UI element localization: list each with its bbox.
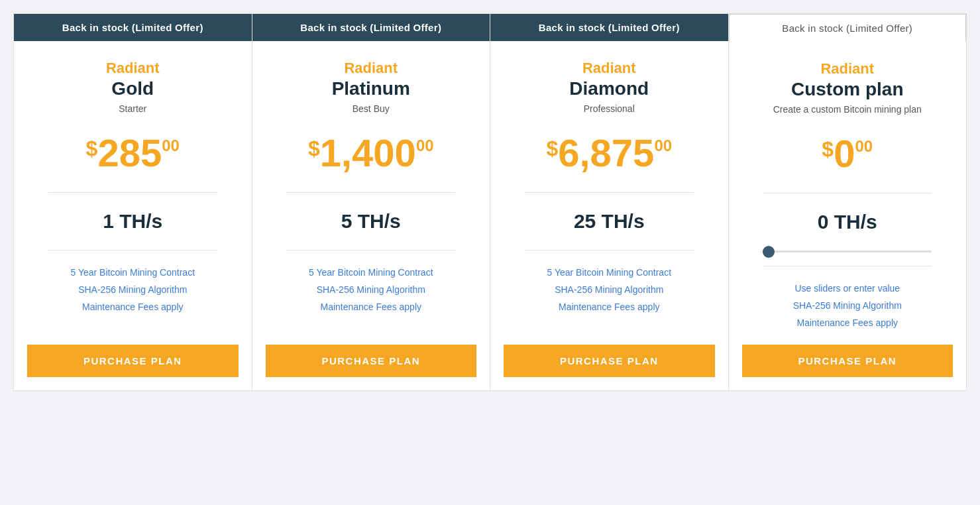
slider-container-custom[interactable] xyxy=(763,251,932,252)
brand-name-gold: Radiant xyxy=(106,60,160,77)
purchase-button-gold[interactable]: PURCHASE PLAN xyxy=(27,345,239,377)
price-cents-gold: 00 xyxy=(162,138,180,154)
card-body-gold: RadiantGoldStarter$285001 TH/s5 Year Bit… xyxy=(14,41,252,390)
divider-features-gold xyxy=(48,250,217,251)
hashrate-custom: 0 TH/s xyxy=(818,211,877,233)
purchase-button-diamond[interactable]: PURCHASE PLAN xyxy=(504,345,715,377)
divider-features-platinum xyxy=(286,250,455,251)
price-cents-diamond: 00 xyxy=(654,138,672,154)
plan-name-diamond: Diamond xyxy=(569,78,649,99)
price-block-custom: $000 xyxy=(822,135,873,173)
price-block-gold: $28500 xyxy=(86,134,180,172)
divider-price-gold xyxy=(48,192,217,193)
plan-name-custom: Custom plan xyxy=(791,79,904,100)
pricing-card-platinum: Back in stock (Limited Offer)RadiantPlat… xyxy=(252,13,490,391)
price-dollar-diamond: $ xyxy=(546,138,558,159)
price-cents-platinum: 00 xyxy=(416,138,434,154)
feature-item-platinum-1: SHA-256 Mining Algorithm xyxy=(266,281,477,298)
feature-item-custom-0: SHA-256 Mining Algorithm xyxy=(742,297,953,314)
features-list-platinum: 5 Year Bitcoin Mining ContractSHA-256 Mi… xyxy=(266,264,477,315)
feature-item-gold-0: 5 Year Bitcoin Mining Contract xyxy=(27,264,239,281)
hashrate-gold: 1 TH/s xyxy=(103,210,162,233)
card-body-diamond: RadiantDiamondProfessional$6,8750025 TH/… xyxy=(490,41,728,390)
feature-item-custom-1: Maintenance Fees apply xyxy=(742,314,953,331)
price-dollar-gold: $ xyxy=(86,138,98,159)
pricing-cards-container: Back in stock (Limited Offer)RadiantGold… xyxy=(13,13,967,391)
feature-item-platinum-0: 5 Year Bitcoin Mining Contract xyxy=(266,264,477,281)
hashrate-platinum: 5 TH/s xyxy=(341,210,401,233)
slider-hint-custom: Use sliders or enter value xyxy=(742,280,953,297)
slider-thumb-custom[interactable] xyxy=(763,246,775,258)
plan-subtitle-platinum: Best Buy xyxy=(353,103,390,114)
plan-name-platinum: Platinum xyxy=(332,78,410,99)
price-amount-diamond: 6,875 xyxy=(558,134,654,172)
pricing-card-custom: Back in stock (Limited Offer)RadiantCust… xyxy=(728,13,967,391)
pricing-card-gold: Back in stock (Limited Offer)RadiantGold… xyxy=(13,13,252,391)
feature-item-diamond-2: Maintenance Fees apply xyxy=(504,298,715,315)
plan-name-gold: Gold xyxy=(111,78,154,99)
banner-platinum: Back in stock (Limited Offer) xyxy=(252,14,490,41)
feature-item-gold-1: SHA-256 Mining Algorithm xyxy=(27,281,239,298)
price-amount-gold: 285 xyxy=(97,134,162,172)
brand-name-platinum: Radiant xyxy=(344,60,398,77)
hashrate-diamond: 25 TH/s xyxy=(574,210,645,233)
divider-price-custom xyxy=(763,193,932,194)
price-amount-platinum: 1,400 xyxy=(320,134,416,172)
feature-item-diamond-1: SHA-256 Mining Algorithm xyxy=(504,281,715,298)
features-list-diamond: 5 Year Bitcoin Mining ContractSHA-256 Mi… xyxy=(504,264,715,315)
banner-diamond: Back in stock (Limited Offer) xyxy=(490,14,728,41)
price-block-platinum: $1,40000 xyxy=(308,134,434,172)
price-cents-custom: 00 xyxy=(855,139,873,154)
features-list-gold: 5 Year Bitcoin Mining ContractSHA-256 Mi… xyxy=(27,264,239,315)
pricing-card-diamond: Back in stock (Limited Offer)RadiantDiam… xyxy=(490,13,728,391)
feature-item-gold-2: Maintenance Fees apply xyxy=(27,298,239,315)
purchase-button-custom[interactable]: PURCHASE PLAN xyxy=(742,345,953,377)
banner-gold: Back in stock (Limited Offer) xyxy=(14,14,252,41)
divider-price-diamond xyxy=(525,192,694,193)
brand-name-custom: Radiant xyxy=(820,60,874,78)
price-dollar-platinum: $ xyxy=(308,138,320,159)
card-body-platinum: RadiantPlatinumBest Buy$1,400005 TH/s5 Y… xyxy=(252,41,490,390)
feature-item-platinum-2: Maintenance Fees apply xyxy=(266,298,477,315)
price-block-diamond: $6,87500 xyxy=(546,134,672,172)
divider-features-diamond xyxy=(525,250,694,251)
banner-custom: Back in stock (Limited Offer) xyxy=(729,14,967,42)
plan-subtitle-gold: Starter xyxy=(119,103,146,114)
brand-name-diamond: Radiant xyxy=(582,60,636,77)
plan-subtitle-diamond: Professional xyxy=(584,103,635,114)
divider-price-platinum xyxy=(286,192,455,193)
slider-track-custom xyxy=(763,251,932,252)
price-amount-custom: 0 xyxy=(834,135,855,173)
plan-subtitle-custom: Create a custom Bitcoin mining plan xyxy=(773,104,922,115)
features-list-custom: Use sliders or enter valueSHA-256 Mining… xyxy=(742,280,953,331)
price-dollar-custom: $ xyxy=(822,139,834,160)
feature-item-diamond-0: 5 Year Bitcoin Mining Contract xyxy=(504,264,715,281)
purchase-button-platinum[interactable]: PURCHASE PLAN xyxy=(266,345,477,377)
card-body-custom: RadiantCustom planCreate a custom Bitcoi… xyxy=(729,42,967,390)
divider-features-custom xyxy=(763,266,932,266)
